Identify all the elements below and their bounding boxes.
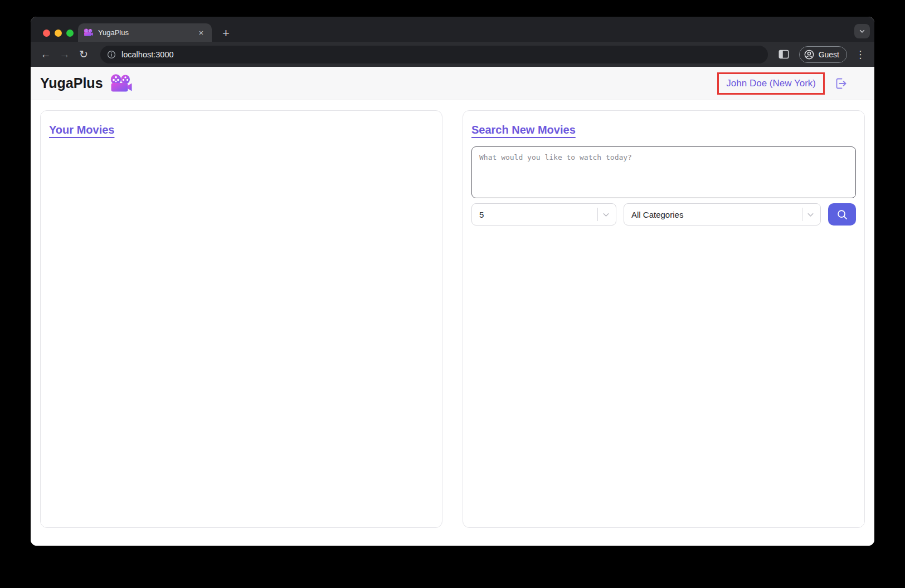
user-link-annotation-box: John Doe (New York): [717, 72, 825, 95]
search-icon: [836, 208, 849, 221]
app-header: YugaPlus John Doe (New York): [31, 67, 874, 100]
new-tab-button[interactable]: +: [218, 26, 233, 41]
site-info-icon[interactable]: [106, 50, 116, 60]
search-prompt-input[interactable]: [471, 146, 856, 198]
browser-tab-strip: YugaPlus × +: [31, 17, 874, 42]
search-movies-panel: Search New Movies 5 All Categories: [463, 110, 865, 528]
tab-search-button[interactable]: [854, 24, 870, 38]
user-link[interactable]: John Doe (New York): [726, 78, 816, 89]
yugaplus-favicon-icon: [84, 28, 93, 37]
page-content: YugaPlus John Doe (New York) Your Movies…: [31, 67, 874, 546]
profile-label: Guest: [819, 50, 839, 59]
url-text[interactable]: localhost:3000: [121, 50, 174, 59]
back-button[interactable]: ←: [38, 47, 53, 62]
window-controls: [43, 30, 74, 37]
tab-title: YugaPlus: [98, 28, 191, 37]
chevron-down-icon: [805, 209, 816, 220]
app-title: YugaPlus: [40, 75, 103, 91]
reload-button[interactable]: ↻: [76, 47, 91, 62]
window-maximize-button[interactable]: [66, 30, 74, 37]
logout-button[interactable]: [834, 76, 848, 90]
your-movies-panel: Your Movies: [40, 110, 442, 528]
window-minimize-button[interactable]: [55, 30, 62, 37]
your-movies-title: Your Movies: [49, 124, 114, 136]
category-select[interactable]: All Categories: [624, 203, 821, 226]
chevron-down-icon: [601, 209, 611, 220]
select-divider: [597, 208, 598, 221]
search-movies-title: Search New Movies: [471, 124, 576, 136]
chevron-down-icon: [858, 27, 866, 35]
browser-toolbar: ← → ↻ localhost:3000 Guest ⋮: [31, 42, 874, 67]
movie-camera-icon: [110, 74, 132, 93]
select-divider: [802, 208, 802, 221]
address-bar[interactable]: localhost:3000: [100, 46, 768, 63]
window-close-button[interactable]: [43, 30, 50, 37]
search-controls: 5 All Categories: [471, 203, 856, 226]
logout-icon: [834, 77, 848, 90]
forward-button[interactable]: →: [57, 47, 72, 62]
side-panel-button[interactable]: [776, 46, 792, 63]
side-panel-icon: [778, 49, 790, 60]
person-icon: [804, 49, 815, 60]
results-count-select[interactable]: 5: [471, 203, 616, 226]
tab-yugaplus[interactable]: YugaPlus ×: [78, 23, 212, 42]
main-content: Your Movies Search New Movies 5 All Cate…: [31, 100, 874, 546]
browser-menu-button[interactable]: ⋮: [854, 47, 867, 62]
results-count-value: 5: [479, 210, 597, 219]
category-value: All Categories: [631, 210, 802, 219]
profile-button[interactable]: Guest: [799, 46, 847, 63]
browser-window: YugaPlus × + ← → ↻ localhost:3000 Guest …: [31, 17, 874, 546]
tab-close-icon[interactable]: ×: [196, 28, 206, 38]
search-button[interactable]: [828, 203, 856, 226]
